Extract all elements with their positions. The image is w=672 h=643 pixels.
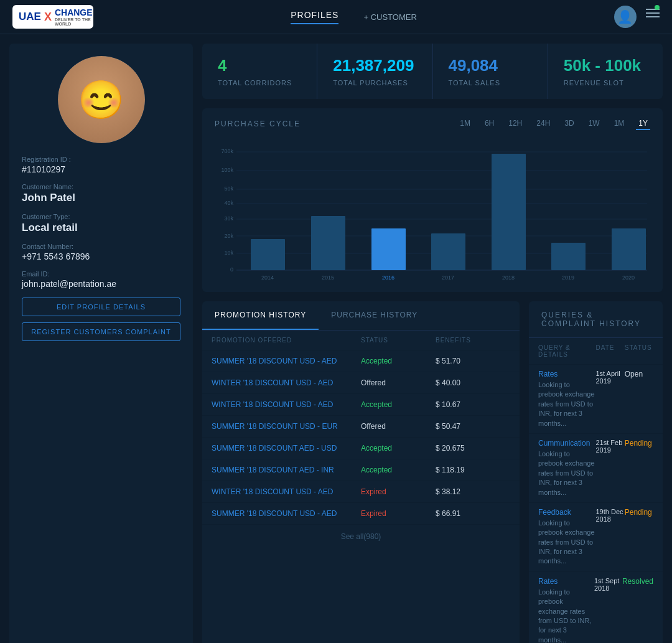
promo-col-status: STATUS bbox=[361, 337, 436, 344]
query-title[interactable]: Feedback bbox=[538, 508, 596, 517]
purchase-cycle-title: PURCHASE CYCLE bbox=[215, 120, 301, 128]
svg-text:2017: 2017 bbox=[442, 275, 454, 281]
customer-name-value: John Patel bbox=[22, 192, 180, 204]
registration-id-field: Registration ID : #11010297 bbox=[22, 156, 180, 174]
time-btn-1w[interactable]: 1W bbox=[586, 118, 602, 130]
promo-table-body: SUMMER '18 DISCOUNT USD - AED Accepted $… bbox=[202, 350, 520, 524]
contact-value: +971 5543 67896 bbox=[22, 251, 180, 261]
promo-row: SUMMER '18 DISCOUNT AED - INR Accepted $… bbox=[202, 459, 520, 481]
query-description: Looking to prebook exchange rates from U… bbox=[538, 519, 596, 566]
svg-text:2015: 2015 bbox=[322, 275, 334, 281]
query-details: Feedback Looking to prebook exchange rat… bbox=[538, 508, 596, 566]
svg-text:40k: 40k bbox=[224, 200, 233, 206]
email-label: Email ID: bbox=[22, 270, 180, 278]
promo-name[interactable]: SUMMER '18 DISCOUNT USD - AED bbox=[212, 509, 361, 518]
promo-status: Accepted bbox=[361, 466, 436, 474]
promo-row: SUMMER '18 DISCOUNT AED - USD Accepted $… bbox=[202, 437, 520, 459]
promo-benefits: $ 118.19 bbox=[436, 466, 510, 474]
tab-promotion-history[interactable]: PROMOTION HISTORY bbox=[202, 301, 319, 330]
header-right: 👤 bbox=[614, 6, 660, 28]
query-title[interactable]: Rates bbox=[538, 577, 594, 586]
time-filters: 1M 6H 12H 24H 3D 1W 1M 1Y bbox=[457, 118, 650, 130]
promo-row: WINTER '18 DISCOUNT USD - AED Expired $ … bbox=[202, 481, 520, 502]
customer-name-field: Customer Name: John Patel bbox=[22, 183, 180, 204]
promo-name[interactable]: WINTER '18 DISCOUNT USD - AED bbox=[212, 400, 361, 409]
query-details: Cummunication Looking to prebook exchang… bbox=[538, 439, 596, 497]
promo-row: SUMMER '18 DISCOUNT USD - AED Accepted $… bbox=[202, 350, 520, 372]
contact-field: Contact Number: +971 5543 67896 bbox=[22, 243, 180, 261]
svg-text:20k: 20k bbox=[224, 233, 233, 239]
panel-tabs: PROMOTION HISTORY PURCHASE HISTORY bbox=[202, 301, 520, 331]
email-value: john.patel@pentation.ae bbox=[22, 279, 180, 289]
nav-tabs: PROFILES + CUSTOMER bbox=[291, 10, 417, 24]
query-details: Rates Looking to prebook exchange rates … bbox=[538, 370, 596, 428]
customer-type-field: Customer Type: Local retail bbox=[22, 213, 180, 234]
bar-2014 bbox=[251, 239, 285, 270]
avatar: 😊 bbox=[58, 56, 145, 143]
nav-tab-customer[interactable]: + CUSTOMER bbox=[363, 12, 416, 22]
bar-2017 bbox=[431, 233, 465, 270]
query-status: Pending bbox=[625, 439, 653, 448]
stat-sales: 49,084 TOTAL SALES bbox=[433, 44, 548, 99]
query-title[interactable]: Cummunication bbox=[538, 439, 596, 448]
tab-purchase-history[interactable]: PURCHASE HISTORY bbox=[319, 301, 430, 330]
query-status: Open bbox=[625, 370, 653, 378]
contact-label: Contact Number: bbox=[22, 243, 180, 250]
time-btn-1y[interactable]: 1Y bbox=[636, 118, 650, 130]
time-btn-24h[interactable]: 24H bbox=[534, 118, 553, 130]
promo-col-benefits: BENEFITS bbox=[436, 337, 510, 344]
time-btn-6h[interactable]: 6H bbox=[482, 118, 497, 130]
bar-2016 bbox=[371, 228, 406, 270]
q-col-date: DATE bbox=[596, 344, 625, 358]
query-row: Rates Looking to prebook exchange rates … bbox=[529, 364, 663, 433]
svg-text:2016: 2016 bbox=[382, 275, 394, 281]
promo-name[interactable]: SUMMER '18 DISCOUNT USD - AED bbox=[212, 357, 361, 365]
stat-revenue: 50k - 100k REVENUE SLOT bbox=[548, 44, 663, 99]
time-btn-3d[interactable]: 3D bbox=[562, 118, 576, 130]
promo-name[interactable]: WINTER '18 DISCOUNT USD - AED bbox=[212, 487, 361, 496]
query-description: Looking to prebook exchange rates from U… bbox=[538, 588, 594, 643]
promo-benefits: $ 10.67 bbox=[436, 400, 510, 409]
query-row: Feedback Looking to prebook exchange rat… bbox=[529, 502, 663, 571]
svg-text:2014: 2014 bbox=[261, 275, 274, 281]
promo-status: Expired bbox=[361, 487, 436, 496]
time-btn-1m[interactable]: 1M bbox=[457, 118, 473, 130]
purchase-cycle-panel: PURCHASE CYCLE 1M 6H 12H 24H 3D 1W 1M 1Y… bbox=[202, 108, 663, 292]
svg-text:700k: 700k bbox=[221, 148, 233, 154]
profile-panel: 😊 Registration ID : #11010297 Customer N… bbox=[9, 44, 193, 643]
time-btn-1m2[interactable]: 1M bbox=[612, 118, 627, 130]
promo-row: SUMMER '18 DISCOUNT USD - EUR Offered $ … bbox=[202, 415, 520, 437]
promo-name[interactable]: SUMMER '18 DISCOUNT AED - INR bbox=[212, 466, 361, 474]
edit-profile-button[interactable]: EDIT PROFILE DETAILS bbox=[22, 298, 180, 316]
menu-button[interactable] bbox=[646, 9, 660, 25]
register-complaint-button[interactable]: REGISTER CUSTOMERS COMPLAINT bbox=[22, 322, 180, 341]
app-header: UAE X CHANGE DELIVER TO THE WORLD PROFIL… bbox=[0, 0, 672, 34]
promo-table-header: PROMOTION OFFERED STATUS BENEFITS bbox=[202, 331, 520, 350]
stat-corridors-label: TOTAL CORRIDORS bbox=[218, 79, 301, 87]
promo-name[interactable]: SUMMER '18 DISCOUNT USD - EUR bbox=[212, 422, 361, 431]
promo-status: Expired bbox=[361, 509, 436, 518]
promo-benefits: $ 40.00 bbox=[436, 378, 510, 387]
queries-table-header: QUERY & DETAILS DATE STATUS bbox=[529, 338, 663, 364]
query-title[interactable]: Rates bbox=[538, 370, 596, 378]
logo[interactable]: UAE X CHANGE DELIVER TO THE WORLD bbox=[12, 5, 93, 29]
svg-text:50k: 50k bbox=[224, 185, 233, 192]
promo-name[interactable]: SUMMER '18 DISCOUNT AED - USD bbox=[212, 444, 361, 453]
stats-bar: 4 TOTAL CORRIDORS 21,387,209 TOTAL PURCH… bbox=[202, 44, 663, 99]
stat-purchases: 21,387,209 TOTAL PURCHASES bbox=[317, 44, 432, 99]
stat-purchases-label: TOTAL PURCHASES bbox=[333, 79, 416, 87]
nav-tab-profiles[interactable]: PROFILES bbox=[291, 10, 338, 24]
stat-revenue-value: 50k - 100k bbox=[564, 56, 647, 75]
promo-see-all[interactable]: See all(980) bbox=[202, 524, 520, 548]
user-avatar[interactable]: 👤 bbox=[614, 6, 637, 28]
svg-text:0: 0 bbox=[230, 266, 233, 273]
time-btn-12h[interactable]: 12H bbox=[506, 118, 525, 130]
query-details: Rates Looking to prebook exchange rates … bbox=[538, 577, 594, 643]
customer-type-label: Customer Type: bbox=[22, 213, 180, 220]
bar-2015 bbox=[311, 216, 345, 270]
promotion-history-panel: PROMOTION HISTORY PURCHASE HISTORY PROMO… bbox=[202, 301, 520, 643]
promo-col-name: PROMOTION OFFERED bbox=[212, 337, 361, 344]
promo-name[interactable]: WINTER '18 DISCOUNT USD - AED bbox=[212, 378, 361, 387]
query-date: 1st Sept 2018 bbox=[594, 577, 622, 592]
logo-subtitle: DELIVER TO THE WORLD bbox=[55, 17, 93, 26]
